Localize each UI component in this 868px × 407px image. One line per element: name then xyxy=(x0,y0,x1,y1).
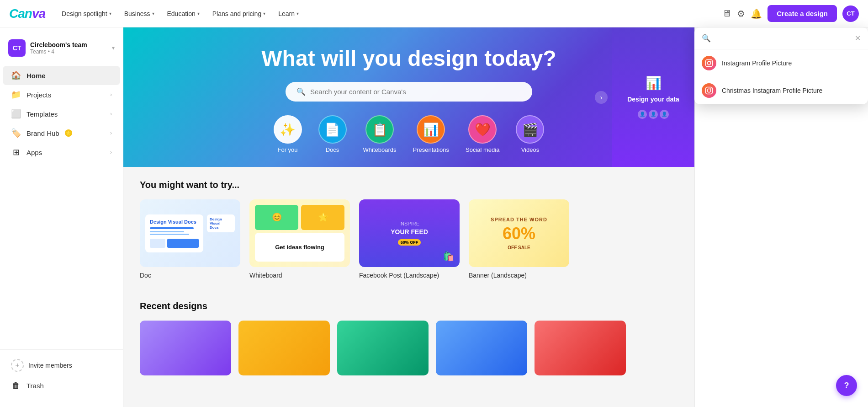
banner-card[interactable]: SPREAD THE WORD 60% OFF SALE Banner (Lan… xyxy=(469,199,569,279)
hero-icon-row: ✨ For you 📄 Docs 📋 Whiteboards 📊 Present… xyxy=(274,115,545,153)
nav-design-spotlight[interactable]: Design spotlight ▾ xyxy=(56,6,117,21)
recent-design-1[interactable] xyxy=(140,321,231,375)
sidebar-item-apps[interactable]: ⊞ Apps › xyxy=(3,143,120,162)
bell-icon[interactable]: 🔔 xyxy=(751,8,762,19)
nav-learn[interactable]: Learn ▾ xyxy=(273,6,304,21)
home-icon: 🏠 xyxy=(11,70,21,80)
hero-icon-docs[interactable]: 📄 Docs xyxy=(318,115,347,153)
nav-education[interactable]: Education ▾ xyxy=(162,6,205,21)
doc-card-label: Doc xyxy=(140,272,240,279)
search-icon: 🔍 xyxy=(702,34,711,43)
search-result-label-2: Christmas Instagram Profile Picture xyxy=(722,87,822,94)
avatar[interactable]: CT xyxy=(842,5,859,22)
main-content: What will you design today? 🔍 ✨ For you … xyxy=(123,27,694,407)
hero-side-card-chevron[interactable]: › xyxy=(595,91,608,104)
chevron-down-icon: ▾ xyxy=(263,11,265,16)
fb-post-card-thumb: INSPIRE YOUR FEED 60% OFF 🛍️ xyxy=(359,199,460,267)
hero-icon-for-you[interactable]: ✨ For you xyxy=(274,115,302,153)
christmas-instagram-icon xyxy=(702,83,716,98)
close-icon[interactable]: ✕ xyxy=(855,34,861,43)
help-button[interactable]: ? xyxy=(836,375,857,396)
doc-card-thumb: Design Visual Docs xyxy=(140,199,240,267)
presentations-icon: 📊 xyxy=(417,115,445,144)
brand-hub-badge: ⭐ xyxy=(65,129,72,137)
svg-point-2 xyxy=(710,61,711,62)
for-you-icon: ✨ xyxy=(274,115,302,144)
svg-point-4 xyxy=(707,89,711,92)
social-media-icon: ❤️ xyxy=(468,115,497,144)
videos-icon: 🎬 xyxy=(516,115,544,144)
doc-card[interactable]: Design Visual Docs xyxy=(140,199,240,279)
hero-icon-whiteboards[interactable]: 📋 Whiteboards xyxy=(363,115,397,153)
hero-icon-videos[interactable]: 🎬 Videos xyxy=(516,115,544,153)
chevron-down-icon: ▾ xyxy=(112,45,115,51)
recent-design-5[interactable] xyxy=(535,321,626,375)
search-dropdown-header: 🔍 instagram profile picture ✕ xyxy=(694,27,868,49)
hero-side-card-title: Design your data xyxy=(627,95,679,104)
team-sub: Teams • 4 xyxy=(30,48,107,55)
nav-plans[interactable]: Plans and pricing ▾ xyxy=(207,6,271,21)
hero-search-bar[interactable]: 🔍 xyxy=(286,82,532,102)
top-navigation: Canva Design spotlight ▾ Business ▾ Educ… xyxy=(0,0,868,27)
hero-search-input[interactable] xyxy=(310,88,521,96)
hero-icon-social-media[interactable]: ❤️ Social media xyxy=(466,115,499,153)
brand-hub-icon: 🏷️ xyxy=(11,128,21,138)
nav-right: 🖥 ⚙ 🔔 Create a design CT xyxy=(722,5,859,22)
chevron-down-icon: ▾ xyxy=(152,11,154,16)
recent-design-3[interactable] xyxy=(337,321,429,375)
chevron-right-icon: › xyxy=(110,130,112,136)
sidebar-item-trash[interactable]: 🗑 Trash xyxy=(3,376,120,395)
chevron-right-icon: › xyxy=(110,111,112,117)
recent-section-title: Recent designs xyxy=(140,301,678,311)
svg-rect-0 xyxy=(706,60,713,67)
sidebar-item-projects[interactable]: 📁 Projects › xyxy=(3,85,120,104)
trash-icon: 🗑 xyxy=(11,381,21,391)
try-cards-row: Design Visual Docs xyxy=(140,199,678,279)
chevron-down-icon: ▾ xyxy=(296,11,299,16)
canva-logo[interactable]: Canva xyxy=(9,6,45,21)
search-dropdown: 🔍 instagram profile picture ✕ Instagram … xyxy=(694,27,868,104)
apps-icon: ⊞ xyxy=(11,147,21,157)
nav-links: Design spotlight ▾ Business ▾ Education … xyxy=(56,6,722,21)
search-result-instagram[interactable]: Instagram Profile Picture xyxy=(694,49,868,77)
chevron-down-icon: ▾ xyxy=(109,11,111,16)
whiteboard-card-thumb: 😊 ⭐ Get ideas flowing xyxy=(249,199,350,267)
template-icon: ⬜ xyxy=(11,109,21,119)
fb-post-card-label: Facebook Post (Landscape) xyxy=(359,272,460,279)
sidebar-item-brand-hub[interactable]: 🏷️ Brand Hub ⭐ › xyxy=(3,123,120,143)
recent-design-2[interactable] xyxy=(238,321,330,375)
whiteboard-card[interactable]: 😊 ⭐ Get ideas flowing Whiteboard xyxy=(249,199,350,279)
hero-icon-presentations[interactable]: 📊 Presentations xyxy=(413,115,450,153)
chevron-right-icon: › xyxy=(110,149,112,155)
recent-design-4[interactable] xyxy=(436,321,527,375)
fb-post-card[interactable]: INSPIRE YOUR FEED 60% OFF 🛍️ Facebook Po… xyxy=(359,199,460,279)
try-section-title: You might want to try... xyxy=(140,180,678,190)
folder-icon: 📁 xyxy=(11,90,21,100)
invite-plus-icon: + xyxy=(11,359,24,372)
svg-rect-3 xyxy=(706,87,713,94)
svg-point-5 xyxy=(710,88,711,89)
search-result-christmas-instagram[interactable]: Christmas Instagram Profile Picture xyxy=(694,77,868,104)
sidebar-item-home[interactable]: 🏠 Home xyxy=(3,66,120,85)
team-section[interactable]: CT Circleboom's team Teams • 4 ▾ xyxy=(0,35,123,66)
team-avatar: CT xyxy=(8,39,26,57)
recent-section: Recent designs xyxy=(123,288,694,385)
search-result-label-1: Instagram Profile Picture xyxy=(722,59,792,67)
nav-business[interactable]: Business ▾ xyxy=(119,6,160,21)
create-design-button[interactable]: Create a design xyxy=(767,5,837,22)
sidebar-item-templates[interactable]: ⬜ Templates › xyxy=(3,104,120,123)
search-icon: 🔍 xyxy=(296,87,306,96)
banner-card-label: Banner (Landscape) xyxy=(469,272,569,279)
search-dropdown-input[interactable]: instagram profile picture xyxy=(715,34,850,42)
hero-side-card: 📊 Design your data 👤 👤 👤 xyxy=(612,27,694,167)
hero-banner: What will you design today? 🔍 ✨ For you … xyxy=(123,27,694,167)
invite-members-button[interactable]: + Invite members xyxy=(3,354,120,376)
whiteboards-icon: 📋 xyxy=(365,115,394,144)
monitor-icon[interactable]: 🖥 xyxy=(722,8,731,19)
banner-card-thumb: SPREAD THE WORD 60% OFF SALE xyxy=(469,199,569,267)
svg-point-1 xyxy=(707,61,711,65)
chevron-right-icon: › xyxy=(110,91,112,98)
gear-icon[interactable]: ⚙ xyxy=(737,8,745,19)
sidebar: CT Circleboom's team Teams • 4 ▾ 🏠 Home … xyxy=(0,27,123,407)
team-name: Circleboom's team xyxy=(30,41,107,48)
